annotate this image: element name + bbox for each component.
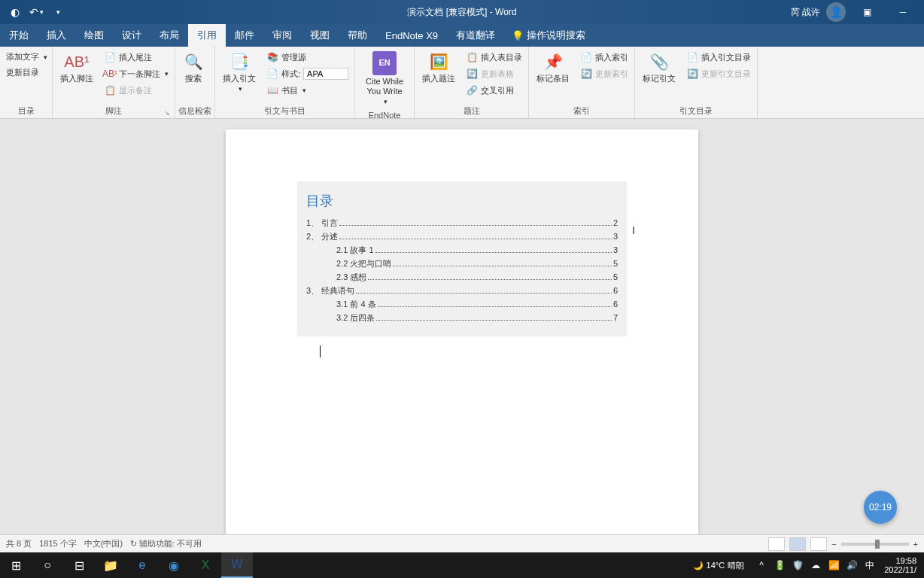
autosave-icon[interactable]: ◐ bbox=[6, 3, 24, 21]
toc-entry[interactable]: 2、分述3 bbox=[306, 231, 618, 242]
mark-citation-button[interactable]: 📎 标记引文 bbox=[638, 48, 680, 87]
cross-reference-button[interactable]: 🔗交叉引用 bbox=[463, 83, 525, 98]
zoom-slider[interactable] bbox=[841, 543, 909, 546]
accessibility-status[interactable]: ↻ 辅助功能: 不可用 bbox=[130, 538, 202, 549]
table-figures-icon: 📋 bbox=[466, 51, 478, 63]
tab-design[interactable]: 设计 bbox=[113, 24, 150, 47]
word-button[interactable]: W bbox=[221, 552, 253, 578]
ie-button[interactable]: e bbox=[126, 552, 158, 578]
ribbon-display-button[interactable]: ▣ bbox=[852, 0, 882, 24]
language-status[interactable]: 中文(中国) bbox=[84, 538, 123, 549]
update-authorities-button[interactable]: 🔄更新引文目录 bbox=[683, 66, 754, 81]
toc-entry[interactable]: 2.1 故事 13 bbox=[306, 245, 618, 256]
insert-authorities-button[interactable]: 📄插入引文目录 bbox=[683, 50, 754, 65]
page-count[interactable]: 共 8 页 bbox=[6, 538, 32, 549]
show-notes-button[interactable]: 📋显示备注 bbox=[101, 83, 172, 98]
tray-chevron-icon[interactable]: ^ bbox=[755, 560, 768, 570]
cross-ref-icon: 🔗 bbox=[466, 84, 478, 96]
tab-review[interactable]: 审阅 bbox=[263, 24, 301, 47]
insert-citation-button[interactable]: 📑 插入引文▾ bbox=[218, 48, 260, 96]
endnote-icon: 📄 bbox=[104, 51, 116, 63]
user-avatar-icon[interactable]: 👤 bbox=[826, 2, 846, 22]
tray-wifi-icon[interactable]: 📶 bbox=[827, 560, 840, 570]
search-taskbar-button[interactable]: ○ bbox=[32, 552, 63, 578]
toc-entry-page: 7 bbox=[613, 313, 618, 322]
tab-youdao[interactable]: 有道翻译 bbox=[447, 24, 504, 47]
update-toc-button[interactable]: 更新目录 bbox=[3, 65, 50, 80]
toc-entry-text: 分述 bbox=[321, 231, 338, 242]
cite-while-write-button[interactable]: EN Cite While You Write▾ bbox=[358, 48, 411, 109]
print-layout-button[interactable] bbox=[789, 537, 806, 551]
toc-entry[interactable]: 3、经典语句6 bbox=[306, 285, 618, 297]
timer-overlay[interactable]: 02:19 bbox=[864, 491, 897, 524]
zoom-in-button[interactable]: + bbox=[913, 540, 918, 549]
search-button[interactable]: 🔍 搜索 bbox=[178, 48, 208, 87]
clock[interactable]: 19:58 2022/11/ bbox=[881, 556, 919, 574]
tray-ime-button[interactable]: 中 bbox=[863, 559, 877, 572]
footnote-launcher[interactable]: ↘ bbox=[164, 109, 170, 117]
file-explorer-button[interactable]: 📁 bbox=[95, 552, 126, 578]
excel-button[interactable]: X bbox=[190, 552, 221, 578]
tab-mail[interactable]: 邮件 bbox=[226, 24, 263, 47]
window-title: 演示文档 [兼容模式] - Word bbox=[407, 6, 516, 19]
add-text-button[interactable]: 添加文字▾ bbox=[3, 50, 50, 64]
toc-entry[interactable]: 1、引言2 bbox=[306, 218, 618, 229]
tab-endnote[interactable]: EndNote X9 bbox=[376, 24, 447, 47]
tray-onedrive-icon[interactable]: ☁ bbox=[809, 560, 822, 570]
edge-button[interactable]: ◉ bbox=[158, 552, 190, 578]
zoom-out-button[interactable]: − bbox=[831, 540, 836, 549]
user-name[interactable]: 芮 战许 bbox=[791, 6, 820, 19]
tab-draw[interactable]: 绘图 bbox=[75, 24, 113, 47]
toc-title: 目录 bbox=[306, 192, 618, 210]
qat-customize[interactable]: ▾ bbox=[48, 3, 66, 21]
style-dropdown[interactable] bbox=[303, 68, 348, 80]
read-mode-button[interactable] bbox=[768, 537, 785, 551]
undo-button[interactable]: ↶▾ bbox=[27, 3, 45, 21]
update-table-button[interactable]: 🔄更新表格 bbox=[463, 66, 525, 81]
toc-entry-text: 引言 bbox=[321, 218, 338, 229]
mark-entry-button[interactable]: 📌 标记条目 bbox=[532, 48, 574, 87]
tab-insert[interactable]: 插入 bbox=[38, 24, 75, 47]
tell-me-search[interactable]: 💡 操作说明搜索 bbox=[504, 24, 593, 47]
mark-entry-icon: 📌 bbox=[543, 51, 564, 72]
tray-shield-icon[interactable]: 🛡️ bbox=[791, 560, 804, 570]
toc-leader-dots bbox=[378, 306, 612, 307]
word-count[interactable]: 1815 个字 bbox=[39, 538, 77, 549]
toc-entry-text: 2.2 火把与口哨 bbox=[336, 258, 391, 269]
toc-field[interactable]: 目录 1、引言22、分述32.1 故事 132.2 火把与口哨52.3 感想53… bbox=[297, 181, 627, 336]
update-index-button[interactable]: 🔄更新索引 bbox=[577, 66, 631, 81]
tab-references[interactable]: 引用 bbox=[188, 24, 226, 47]
document-area[interactable]: 目录 1、引言22、分述32.1 故事 132.2 火把与口哨52.3 感想53… bbox=[0, 119, 924, 552]
tray-battery-icon[interactable]: 🔋 bbox=[773, 560, 786, 570]
toc-entry[interactable]: 3.2 后四条7 bbox=[306, 312, 618, 324]
next-footnote-button[interactable]: AB¹下一条脚注▾ bbox=[101, 66, 172, 81]
manage-sources-button[interactable]: 📚管理源 bbox=[263, 50, 351, 65]
bibliography-button[interactable]: 📖书目▾ bbox=[263, 83, 351, 98]
insert-index-button[interactable]: 📄插入索引 bbox=[577, 50, 631, 65]
toc-entry[interactable]: 2.3 感想5 bbox=[306, 272, 618, 283]
toc-entry[interactable]: 3.1 前 4 条6 bbox=[306, 299, 618, 310]
tab-start[interactable]: 开始 bbox=[0, 24, 38, 47]
titlebar: ◐ ↶▾ ▾ 演示文档 [兼容模式] - Word 芮 战许 👤 ▣ ─ bbox=[0, 0, 924, 24]
insert-endnote-button[interactable]: 📄插入尾注 bbox=[101, 50, 172, 65]
minimize-button[interactable]: ─ bbox=[888, 0, 918, 24]
task-view-button[interactable]: ⊟ bbox=[63, 552, 95, 578]
tab-layout[interactable]: 布局 bbox=[150, 24, 188, 47]
tab-view[interactable]: 视图 bbox=[301, 24, 339, 47]
citation-style-select[interactable]: 📄样式: bbox=[263, 66, 351, 81]
insert-authorities-icon: 📄 bbox=[686, 51, 698, 63]
group-label-caption: 题注 bbox=[418, 104, 525, 118]
insert-caption-button[interactable]: 🖼️ 插入题注 bbox=[418, 48, 460, 87]
toc-leader-dots bbox=[393, 266, 612, 266]
quick-access-toolbar: ◐ ↶▾ ▾ bbox=[0, 3, 66, 21]
tab-help[interactable]: 帮助 bbox=[339, 24, 376, 47]
text-cursor bbox=[320, 345, 321, 357]
tray-volume-icon[interactable]: 🔊 bbox=[845, 560, 859, 570]
toc-entry[interactable]: 2.2 火把与口哨5 bbox=[306, 258, 618, 269]
web-layout-button[interactable] bbox=[810, 537, 827, 551]
document-page[interactable]: 目录 1、引言22、分述32.1 故事 132.2 火把与口哨52.3 感想53… bbox=[226, 129, 698, 552]
insert-footnote-button[interactable]: AB¹ 插入脚注 bbox=[56, 48, 98, 87]
start-button[interactable]: ⊞ bbox=[0, 552, 32, 578]
weather-widget[interactable]: 🌙 14°C 晴朗 bbox=[687, 560, 751, 571]
insert-table-figures-button[interactable]: 📋插入表目录 bbox=[463, 50, 525, 65]
